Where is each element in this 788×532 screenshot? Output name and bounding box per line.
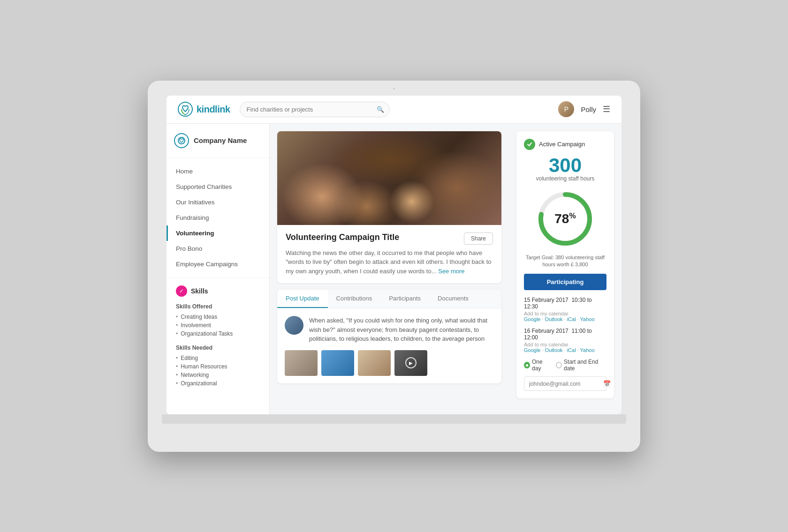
radio-filled-icon <box>524 362 530 368</box>
calendar-event-1: 15 February 2017 10:30 to 12:30 Add to m… <box>524 297 606 322</box>
event-date: 16 February 2017 11:00 to 12:00 <box>524 328 606 341</box>
see-more-link[interactable]: See more <box>438 268 464 275</box>
hamburger-menu-icon[interactable]: ☰ <box>603 104 610 114</box>
campaign-info: Volunteering Campaign Title Share Watchi… <box>277 225 501 284</box>
svg-point-0 <box>178 102 192 116</box>
hours-number: 300 <box>524 156 606 175</box>
sidebar-item-home[interactable]: Home <box>167 164 269 179</box>
active-campaign-label: Active Campaign <box>539 141 585 148</box>
yahoo-calendar-link-2[interactable]: Yahoo <box>580 347 595 353</box>
search-input[interactable] <box>240 102 390 117</box>
search-bar[interactable]: 🔍 <box>240 102 390 117</box>
list-item: Organizational <box>176 379 260 388</box>
email-field[interactable] <box>529 381 599 387</box>
email-input-row: 📅 <box>524 376 606 391</box>
yahoo-calendar-link[interactable]: Yahoo <box>580 316 595 322</box>
top-navigation: kindlink 🔍 P Polly ☰ <box>167 96 621 124</box>
tabs-header: Post Update Contributions Participants D… <box>277 290 501 308</box>
company-icon <box>174 133 189 148</box>
media-thumbnail[interactable] <box>358 350 391 376</box>
campaign-title-row: Volunteering Campaign Title Share <box>286 232 493 245</box>
tab-contributions[interactable]: Contributions <box>328 290 381 308</box>
tab-documents[interactable]: Documents <box>429 290 477 308</box>
participating-button[interactable]: Participating <box>524 274 606 290</box>
percent-sign: % <box>569 211 576 219</box>
company-name: Company Name <box>194 136 247 144</box>
calendar-links: Add to my calendar Google· Outlook· iCal… <box>524 311 606 322</box>
active-campaign-badge: Active Campaign <box>524 139 606 150</box>
sidebar-item-supported-charities[interactable]: Supported Charities <box>167 179 269 195</box>
main-layout: Company Name Home Supported Charities Ou… <box>167 124 621 414</box>
campaign-stats-card: Active Campaign 300 volunteering staff h… <box>516 131 614 399</box>
outlook-calendar-link-2[interactable]: Outlook <box>545 347 563 353</box>
company-section: Company Name <box>167 133 269 158</box>
search-icon: 🔍 <box>377 106 384 113</box>
list-item: Involvement <box>176 321 260 330</box>
calendar-event-2: 16 February 2017 11:00 to 12:00 Add to m… <box>524 328 606 353</box>
tab-post-update[interactable]: Post Update <box>277 290 328 308</box>
percent-value: 78 <box>554 211 569 226</box>
sidebar-item-our-initiatives[interactable]: Our Initiatives <box>167 195 269 210</box>
skills-offered-label: Skills Offered <box>176 303 260 310</box>
hero-image-overlay <box>277 131 501 225</box>
media-thumbnail[interactable] <box>321 350 354 376</box>
logo-area: kindlink <box>178 102 230 117</box>
tabs-container: Post Update Contributions Participants D… <box>277 290 501 383</box>
campaign-hero-image <box>277 131 501 225</box>
main-content: Volunteering Campaign Title Share Watchi… <box>270 124 509 414</box>
campaign-card: Volunteering Campaign Title Share Watchi… <box>277 131 501 284</box>
event-date: 15 February 2017 10:30 to 12:30 <box>524 297 606 310</box>
google-calendar-link[interactable]: Google <box>524 316 540 322</box>
sidebar-item-employee-campaigns[interactable]: Employee Campaigns <box>167 256 269 272</box>
media-grid: ▶ <box>285 350 494 376</box>
list-item: Human Resources <box>176 362 260 371</box>
date-options: One day Start and End date <box>524 359 606 372</box>
play-icon: ▶ <box>405 357 417 368</box>
right-panel: Active Campaign 300 volunteering staff h… <box>509 124 621 414</box>
video-thumbnail[interactable]: ▶ <box>394 350 427 376</box>
sidebar: Company Name Home Supported Charities Ou… <box>167 124 270 414</box>
skills-needed-list: Editing Human Resources Networking Organ… <box>176 354 260 388</box>
calendar-links-2: Add to my calendar Google· Outlook· iCal… <box>524 342 606 353</box>
google-calendar-link-2[interactable]: Google <box>524 347 540 353</box>
avatar: P <box>558 101 574 117</box>
kindlink-logo-icon <box>178 102 193 117</box>
nav-menu: Home Supported Charities Our Initiatives… <box>167 158 269 278</box>
sidebar-item-volunteering[interactable]: Volunteering <box>167 225 269 241</box>
campaign-description: Watching the news the other day, it occu… <box>286 248 493 276</box>
skills-title: Skills <box>191 287 208 295</box>
logo-text: kindlink <box>197 104 230 115</box>
active-campaign-icon <box>524 139 535 150</box>
avatar <box>285 316 303 335</box>
skills-badge-icon: ✓ <box>176 285 187 297</box>
list-item: Organizational Tasks <box>176 330 260 338</box>
skills-section: ✓ Skills Skills Offered Creating Ideas I… <box>167 278 269 402</box>
sidebar-item-pro-bono[interactable]: Pro Bono <box>167 241 269 256</box>
skills-offered-list: Creating Ideas Involvement Organizationa… <box>176 313 260 338</box>
post-item: When asked, "If you could wish for one t… <box>285 316 494 344</box>
list-item: Creating Ideas <box>176 313 260 321</box>
share-button[interactable]: Share <box>464 232 493 245</box>
ical-calendar-link[interactable]: iCal <box>567 316 576 322</box>
sidebar-item-fundraising[interactable]: Fundraising <box>167 210 269 225</box>
list-item: Networking <box>176 371 260 379</box>
outlook-calendar-link[interactable]: Outlook <box>545 316 563 322</box>
laptop-base <box>162 414 626 424</box>
list-item: Editing <box>176 354 260 362</box>
nav-right: P Polly ☰ <box>558 101 610 117</box>
tab-participants[interactable]: Participants <box>380 290 429 308</box>
calendar-icon: 📅 <box>603 380 611 387</box>
campaign-title: Volunteering Campaign Title <box>286 232 399 242</box>
donut-percent-text: 78% <box>554 211 576 226</box>
start-end-date-option[interactable]: Start and End date <box>556 359 606 372</box>
target-text: Target Goal: 380 volunteering staff hour… <box>524 254 606 269</box>
tab-content: When asked, "If you could wish for one t… <box>277 308 501 383</box>
user-name: Polly <box>581 105 596 113</box>
one-day-option[interactable]: One day <box>524 359 551 372</box>
skills-needed-label: Skills Needed <box>176 345 260 351</box>
skills-header: ✓ Skills <box>176 285 260 297</box>
media-thumbnail[interactable] <box>285 350 318 376</box>
donut-chart: 78% <box>524 188 606 249</box>
post-text: When asked, "If you could wish for one t… <box>309 316 494 344</box>
ical-calendar-link-2[interactable]: iCal <box>567 347 576 353</box>
